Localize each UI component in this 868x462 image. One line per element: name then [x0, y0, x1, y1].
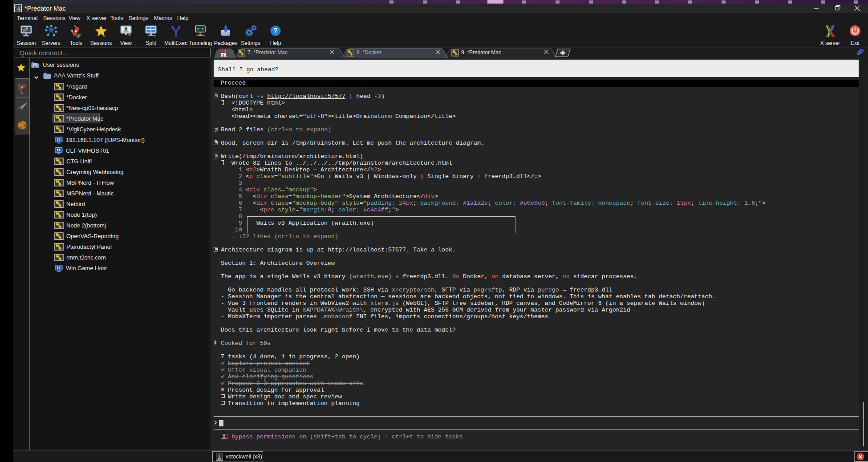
- svg-text:?: ?: [273, 27, 278, 35]
